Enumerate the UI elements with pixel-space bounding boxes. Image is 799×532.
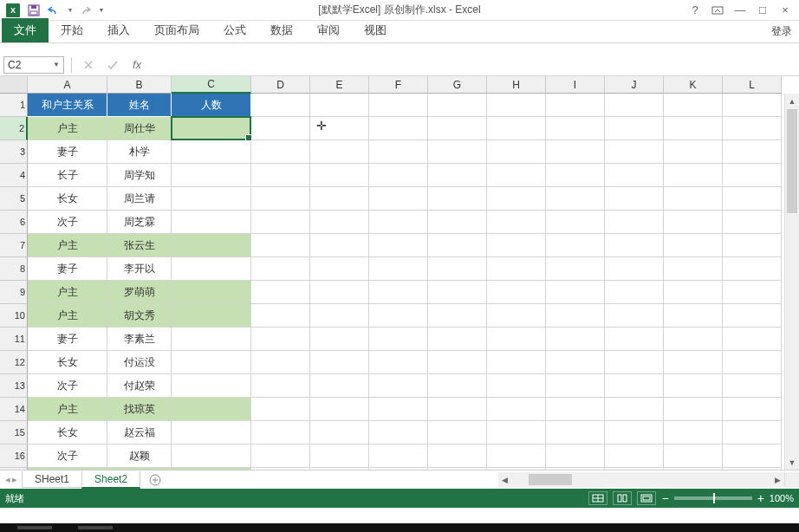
cell[interactable] bbox=[428, 398, 487, 421]
tab-view[interactable]: 视图 bbox=[352, 18, 399, 42]
cell[interactable] bbox=[369, 140, 428, 164]
close-button[interactable]: × bbox=[775, 2, 796, 19]
cell[interactable] bbox=[664, 374, 723, 398]
cell[interactable] bbox=[369, 398, 428, 421]
cell[interactable] bbox=[369, 164, 428, 187]
cell[interactable] bbox=[310, 281, 369, 304]
cell[interactable] bbox=[251, 444, 310, 468]
cell[interactable] bbox=[664, 444, 723, 468]
cell[interactable]: 长子 bbox=[28, 164, 107, 187]
cell[interactable] bbox=[605, 117, 664, 140]
row-header[interactable]: 3 bbox=[0, 140, 28, 164]
file-tab[interactable]: 文件 bbox=[2, 18, 49, 42]
cell[interactable]: 周学知 bbox=[107, 164, 172, 187]
cell[interactable] bbox=[723, 281, 782, 304]
cell[interactable] bbox=[605, 187, 664, 211]
row-header[interactable]: 5 bbox=[0, 187, 28, 211]
header-cell[interactable]: 和户主关系 bbox=[28, 94, 107, 117]
cell[interactable] bbox=[723, 187, 782, 211]
cell[interactable] bbox=[487, 140, 546, 164]
cell[interactable] bbox=[723, 140, 782, 164]
cell[interactable] bbox=[172, 164, 251, 187]
cell[interactable] bbox=[251, 281, 310, 304]
row-header[interactable]: 10 bbox=[0, 304, 28, 328]
cell[interactable]: 找琼英 bbox=[107, 398, 172, 421]
cell[interactable] bbox=[310, 234, 369, 257]
cell[interactable] bbox=[546, 328, 605, 351]
cell[interactable] bbox=[605, 257, 664, 281]
cell[interactable]: 长女 bbox=[28, 421, 107, 444]
cell[interactable]: 次子 bbox=[28, 211, 107, 234]
cell[interactable] bbox=[723, 351, 782, 374]
cell[interactable] bbox=[369, 328, 428, 351]
zoom-in-button[interactable]: + bbox=[757, 491, 764, 505]
cell[interactable] bbox=[664, 164, 723, 187]
cell[interactable] bbox=[546, 444, 605, 468]
cell[interactable] bbox=[369, 187, 428, 211]
zoom-slider[interactable] bbox=[674, 496, 752, 500]
cell[interactable] bbox=[723, 374, 782, 398]
cell[interactable]: 次子 bbox=[28, 374, 107, 398]
cell[interactable] bbox=[605, 304, 664, 328]
cell[interactable] bbox=[428, 304, 487, 328]
cell[interactable] bbox=[605, 328, 664, 351]
scroll-up-arrow[interactable]: ▲ bbox=[785, 94, 799, 108]
column-header[interactable]: G bbox=[428, 76, 487, 94]
cell[interactable] bbox=[251, 257, 310, 281]
column-header[interactable]: F bbox=[369, 76, 428, 94]
cell[interactable] bbox=[487, 444, 546, 468]
tab-insert[interactable]: 插入 bbox=[95, 18, 142, 42]
cell[interactable] bbox=[172, 140, 251, 164]
row-header[interactable]: 1 bbox=[0, 94, 28, 117]
row-header[interactable]: 16 bbox=[0, 444, 28, 468]
cell[interactable] bbox=[487, 398, 546, 421]
cell[interactable] bbox=[605, 164, 664, 187]
header-cell[interactable]: 姓名 bbox=[107, 94, 172, 117]
save-button[interactable] bbox=[24, 2, 43, 19]
row-header[interactable]: 14 bbox=[0, 398, 28, 421]
horizontal-scroll-thumb[interactable] bbox=[529, 474, 572, 485]
cell[interactable] bbox=[310, 94, 369, 117]
scroll-left-arrow[interactable]: ◀ bbox=[498, 476, 511, 484]
cell[interactable] bbox=[369, 117, 428, 140]
cell[interactable] bbox=[310, 421, 369, 444]
cell[interactable]: 户主 bbox=[28, 234, 107, 257]
cell[interactable]: 朴学 bbox=[107, 140, 172, 164]
tab-home[interactable]: 开始 bbox=[49, 18, 95, 42]
cell[interactable]: 周兰请 bbox=[107, 187, 172, 211]
cell[interactable]: 李开以 bbox=[107, 257, 172, 281]
cell[interactable]: 妻子 bbox=[28, 140, 107, 164]
column-header[interactable]: K bbox=[664, 76, 723, 94]
cell[interactable] bbox=[310, 351, 369, 374]
cell[interactable] bbox=[172, 374, 251, 398]
column-header[interactable]: D bbox=[251, 76, 310, 94]
cell[interactable] bbox=[546, 164, 605, 187]
vertical-scrollbar[interactable]: ▲ ▼ bbox=[784, 94, 799, 470]
view-pagebreak-button[interactable] bbox=[637, 491, 656, 505]
cell[interactable] bbox=[487, 374, 546, 398]
cell[interactable] bbox=[310, 398, 369, 421]
cell[interactable] bbox=[546, 304, 605, 328]
cell[interactable] bbox=[428, 187, 487, 211]
app-icon[interactable]: X bbox=[3, 2, 23, 19]
row-header[interactable]: 15 bbox=[0, 421, 28, 444]
cell[interactable] bbox=[605, 398, 664, 421]
cell[interactable] bbox=[487, 257, 546, 281]
cell[interactable] bbox=[546, 140, 605, 164]
cell[interactable] bbox=[428, 351, 487, 374]
cell[interactable] bbox=[723, 304, 782, 328]
row-header[interactable]: 9 bbox=[0, 281, 28, 304]
cell[interactable] bbox=[664, 187, 723, 211]
cell[interactable] bbox=[369, 211, 428, 234]
cell[interactable]: 周芝霖 bbox=[107, 211, 172, 234]
cell[interactable] bbox=[664, 211, 723, 234]
cell[interactable] bbox=[251, 374, 310, 398]
cell[interactable] bbox=[546, 117, 605, 140]
scroll-down-arrow[interactable]: ▼ bbox=[785, 455, 799, 470]
cell[interactable] bbox=[369, 257, 428, 281]
cell[interactable] bbox=[605, 444, 664, 468]
cell[interactable] bbox=[172, 351, 251, 374]
cell[interactable] bbox=[428, 234, 487, 257]
cell[interactable] bbox=[723, 444, 782, 468]
cell[interactable] bbox=[723, 117, 782, 140]
